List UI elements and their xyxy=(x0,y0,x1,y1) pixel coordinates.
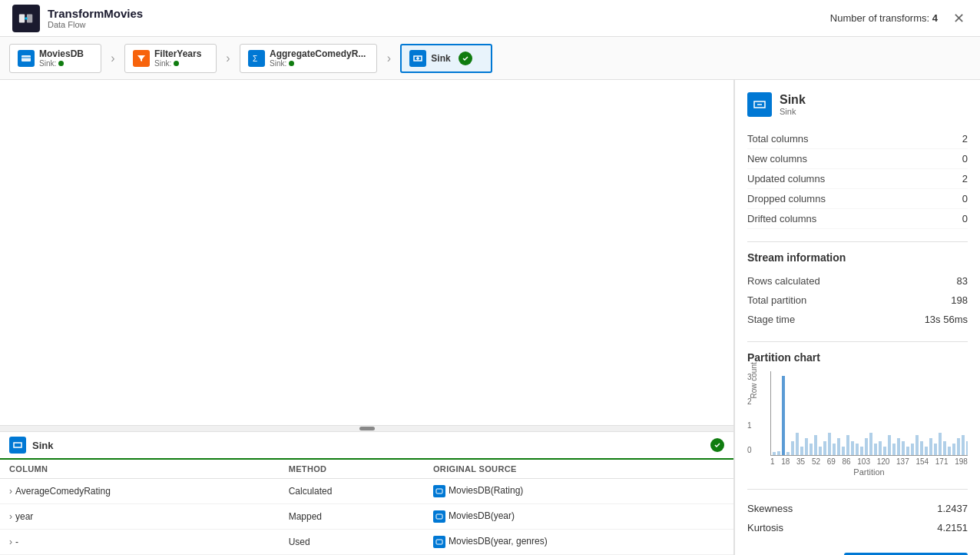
stream-value: 198 xyxy=(951,294,968,306)
chart-bar xyxy=(943,441,946,455)
chart-bars-container xyxy=(770,371,968,456)
chart-bar xyxy=(911,444,914,455)
divider-1 xyxy=(747,241,968,242)
x-axis-labels: 1 18 35 52 69 86 103 120 137 154 171 198 xyxy=(770,457,968,466)
source-icon xyxy=(433,510,445,523)
row-chevron: › xyxy=(9,537,12,547)
divider-3 xyxy=(747,489,968,490)
stat-row: Drifted columns0 xyxy=(747,209,968,229)
stat-value: 0 xyxy=(962,193,968,204)
header-text: TransformMovies Data Flow xyxy=(48,7,143,29)
method-cell: Mapped xyxy=(280,504,424,530)
svg-rect-6 xyxy=(436,489,442,494)
moviesdb-sub: Sink: xyxy=(39,59,84,68)
chart-bar xyxy=(823,441,826,455)
stats-section: Total columns2New columns0Updated column… xyxy=(747,129,968,229)
chart-bar xyxy=(833,444,836,455)
arrow-2: › xyxy=(217,44,240,73)
step-box-sink[interactable]: Sink xyxy=(400,44,492,73)
stream-row: Rows calculated83 xyxy=(747,271,968,291)
skewness-row: Skewness 1.2437 xyxy=(747,499,968,518)
chart-bar xyxy=(879,441,882,455)
canvas-area xyxy=(0,80,733,425)
app-icon xyxy=(12,5,40,32)
chart-bar xyxy=(869,433,872,455)
arrow-3: › xyxy=(377,44,400,73)
app-title: TransformMovies xyxy=(48,7,143,20)
pipeline-step-moviesdb[interactable]: MoviesDB Sink: xyxy=(9,44,101,73)
skew-section: Skewness 1.2437 Kurtosis 4.2151 xyxy=(747,499,968,537)
stat-label: Dropped columns xyxy=(747,193,826,204)
x-axis-title: Partition xyxy=(770,467,968,477)
chart-bar xyxy=(888,435,891,455)
svg-rect-1 xyxy=(27,14,32,22)
skewness-value: 1.2437 xyxy=(937,503,968,514)
chart-bar xyxy=(773,452,776,455)
moviesdb-icon xyxy=(18,50,35,67)
sink-check-badge xyxy=(459,52,472,65)
source-cell: MoviesDB(year) xyxy=(424,504,733,530)
sink-step-text: Sink xyxy=(431,53,450,64)
step-box-filteryears[interactable]: FilterYears Sink: xyxy=(124,44,217,73)
stat-row: New columns0 xyxy=(747,149,968,169)
chart-bar xyxy=(860,447,863,455)
method-cell: Used xyxy=(280,530,424,555)
pipeline-step-sink[interactable]: Sink xyxy=(400,44,492,73)
stat-label: New columns xyxy=(747,153,807,165)
stream-row: Total partition198 xyxy=(747,291,968,310)
chart-bar xyxy=(809,444,813,455)
chart-bar xyxy=(828,433,831,455)
data-table: COLUMN METHOD ORIGINAL SOURCE ›AverageCo… xyxy=(0,460,733,555)
col-header-method: METHOD xyxy=(280,460,424,479)
stat-value: 0 xyxy=(962,153,968,165)
scroll-indicator xyxy=(359,427,375,430)
right-panel: Sink Sink Total columns2New columns0Upda… xyxy=(734,80,980,555)
stream-info-title: Stream information xyxy=(747,251,968,264)
step-box-moviesdb[interactable]: MoviesDB Sink: xyxy=(9,44,101,73)
chart-bar xyxy=(814,435,817,455)
stat-row: Dropped columns0 xyxy=(747,189,968,209)
chart-bar xyxy=(915,435,919,455)
col-header-column: COLUMN xyxy=(0,460,280,479)
right-title: Sink xyxy=(780,93,806,107)
table-row[interactable]: ›year Mapped MoviesDB(year) xyxy=(0,504,733,530)
sink-table-header: Sink xyxy=(0,432,733,460)
svg-rect-7 xyxy=(436,514,442,519)
svg-rect-3 xyxy=(22,55,31,61)
right-subtitle: Sink xyxy=(780,107,806,116)
chart-bar xyxy=(892,444,896,455)
chart-bar xyxy=(842,447,845,455)
col-cell: ›AverageComedyRating xyxy=(0,479,280,504)
table-row[interactable]: ›AverageComedyRating Calculated MoviesDB… xyxy=(0,479,733,504)
stream-rows: Rows calculated83Total partition198Stage… xyxy=(747,271,968,329)
chart-bar xyxy=(782,376,785,455)
stat-value: 2 xyxy=(962,173,968,184)
header: TransformMovies Data Flow Number of tran… xyxy=(0,0,980,37)
source-icon xyxy=(433,536,445,548)
transforms-label: Number of transforms: 4 xyxy=(830,12,938,24)
chart-section: Partition chart 3 2 1 0 Row count 1 18 3… xyxy=(747,351,968,477)
scroll-hint[interactable] xyxy=(0,425,733,431)
pipeline-step-aggregate[interactable]: Σ AggregateComedyR... Sink: xyxy=(240,44,377,73)
pipeline-step-filteryears[interactable]: FilterYears Sink: xyxy=(124,44,217,73)
close-button[interactable]: ✕ xyxy=(950,7,968,30)
chart-bar xyxy=(819,447,822,455)
chart-bar xyxy=(948,447,951,455)
chart-bar xyxy=(796,433,799,455)
sink-table-icon xyxy=(9,437,26,454)
chart-bar xyxy=(906,447,909,455)
chart-bar xyxy=(883,447,886,455)
chart-bar xyxy=(786,452,790,455)
kurtosis-label: Kurtosis xyxy=(747,522,783,533)
stream-label: Stage time xyxy=(747,314,795,325)
chart-bar xyxy=(957,438,960,455)
chart-bar xyxy=(934,444,937,455)
step-box-aggregate[interactable]: Σ AggregateComedyR... Sink: xyxy=(240,44,377,73)
stat-value: 0 xyxy=(962,213,968,224)
chart-bar xyxy=(846,435,849,455)
sink-step-name: Sink xyxy=(431,53,450,64)
bottom-section: Sink COLUMN METHOD ORIGINAL SOURCE xyxy=(0,431,733,555)
stream-value: 13s 56ms xyxy=(925,314,968,325)
stat-label: Total columns xyxy=(747,133,808,145)
table-row[interactable]: ›- Used MoviesDB(year, genres) xyxy=(0,530,733,555)
